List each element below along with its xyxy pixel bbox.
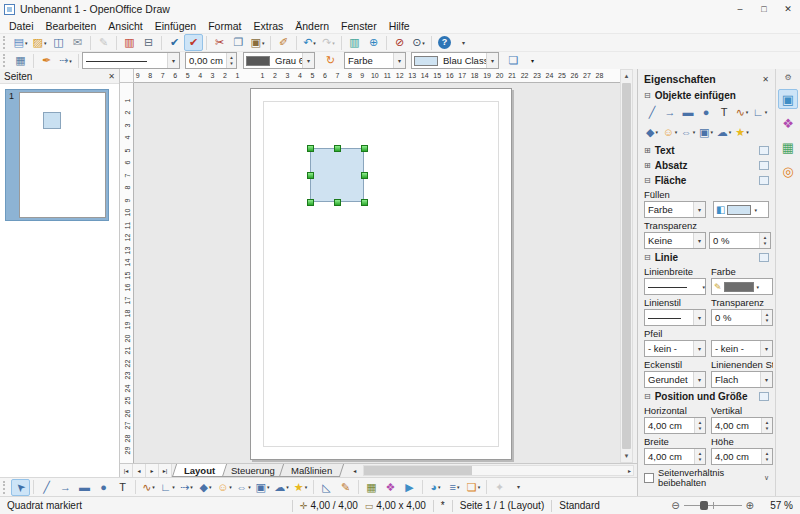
spinner-arrows-icon[interactable]: ▲▼: [759, 233, 770, 248]
area-transparency-stepper[interactable]: 0 % ▲▼: [709, 232, 771, 249]
interaction-button[interactable]: ✦: [490, 479, 509, 496]
selection-handle[interactable]: [361, 199, 368, 206]
sidebar-tab-navigator[interactable]: ◎: [778, 161, 798, 181]
insert-rectangle-tool[interactable]: ▬: [679, 103, 697, 121]
selection-handle[interactable]: [334, 145, 341, 152]
autospellcheck-button[interactable]: ✔: [184, 34, 203, 51]
dialog-launcher-icon[interactable]: [759, 253, 769, 262]
vertical-scrollbar[interactable]: ▲ ▼: [620, 69, 633, 463]
export-pdf-button[interactable]: ▥: [120, 34, 139, 51]
scroll-right-icon[interactable]: ▸: [628, 467, 633, 474]
edit-points-button[interactable]: ◺: [317, 479, 336, 496]
line-width-stepper[interactable]: 0,00 cm ▲▼: [185, 52, 237, 69]
toolbar-grip[interactable]: [3, 36, 8, 49]
close-icon[interactable]: ✕: [108, 72, 115, 81]
zoom-out-icon[interactable]: ⊖: [671, 500, 679, 511]
zoom-level[interactable]: 57 %: [761, 500, 793, 511]
line-width-select[interactable]: ▾: [644, 278, 706, 295]
sidebar-tab-images[interactable]: ▦: [778, 137, 798, 157]
spinner-arrows-icon[interactable]: ▲▼: [761, 449, 772, 464]
width-stepper[interactable]: 4,00 cm ▲▼: [644, 448, 706, 465]
selection-handle[interactable]: [361, 145, 368, 152]
tab-nav-button[interactable]: ◂: [133, 464, 146, 477]
section-paragraph[interactable]: ⊞ Absatz: [638, 158, 775, 172]
close-icon[interactable]: ✕: [762, 75, 769, 84]
toolbar-grip[interactable]: [3, 481, 8, 494]
vertical-ruler[interactable]: 1234567891011121314151617181920212223242…: [120, 83, 134, 463]
line-style-select[interactable]: ▾: [644, 309, 706, 326]
dialog-launcher-icon[interactable]: [759, 146, 769, 155]
insert-curve-tool[interactable]: ∿▾: [733, 103, 751, 121]
arrow-style-button[interactable]: ⇢▾: [56, 52, 75, 69]
toolbar-overflow-button[interactable]: ▾: [454, 34, 473, 51]
insert-text-tool[interactable]: T: [715, 103, 733, 121]
text-tool[interactable]: T: [113, 479, 132, 496]
height-stepper[interactable]: 4,00 cm ▲▼: [711, 448, 773, 465]
arrow-end-select[interactable]: - kein - ▾: [711, 340, 773, 357]
line-transparency-stepper[interactable]: 0 % ▲▼: [711, 309, 773, 326]
connector-tool[interactable]: ∟▾: [158, 479, 177, 496]
media-button[interactable]: ▶: [400, 479, 419, 496]
insert-connector-tool[interactable]: ∟▾: [751, 103, 769, 121]
vertical-position-stepper[interactable]: 4,00 cm ▲▼: [711, 417, 773, 434]
spinner-arrows-icon[interactable]: ▲▼: [694, 418, 705, 433]
sidebar-tab-properties[interactable]: ▣: [778, 89, 798, 109]
undo-button[interactable]: ↶▾: [300, 34, 319, 51]
expand-icon[interactable]: ⊞: [644, 161, 651, 170]
selection-handle[interactable]: [334, 199, 341, 206]
gallery-button[interactable]: ❖: [381, 479, 400, 496]
alignment-button[interactable]: ≡▾: [445, 479, 464, 496]
toolbar-grip[interactable]: [3, 54, 8, 67]
basic-shapes-tool[interactable]: ◆▾: [643, 123, 661, 141]
tab-nav-button[interactable]: ▸: [146, 464, 159, 477]
section-insert-objects[interactable]: ⊟ Objekte einfügen: [638, 88, 775, 102]
print-button[interactable]: ⊟: [139, 34, 158, 51]
vertical-scrollbar-thumb[interactable]: [622, 83, 631, 449]
spellcheck-button[interactable]: ✔: [165, 34, 184, 51]
callouts-tool[interactable]: ☁▾: [272, 479, 291, 496]
stars-tool[interactable]: ★▾: [291, 479, 310, 496]
dialog-launcher-icon[interactable]: [759, 176, 769, 185]
collapse-icon[interactable]: ⊟: [644, 392, 651, 401]
sidebar-tab-gallery[interactable]: ❖: [778, 113, 798, 133]
stars-tool[interactable]: ★▾: [733, 123, 751, 141]
keep-ratio-checkbox[interactable]: [644, 473, 654, 483]
horizontal-ruler[interactable]: 9876543211234567891011121314151617181920…: [134, 69, 620, 83]
dialog-launcher-icon[interactable]: [759, 161, 769, 170]
tab-nav-button[interactable]: |◂: [120, 464, 133, 477]
horizontal-scrollbar[interactable]: ▸: [363, 465, 634, 476]
insert-line-tool[interactable]: ╱: [643, 103, 661, 121]
symbol-shapes-tool[interactable]: ☺▾: [661, 123, 679, 141]
rectangle-tool[interactable]: ▬: [75, 479, 94, 496]
maximize-button[interactable]: □: [752, 0, 776, 18]
spinner-arrows-icon[interactable]: ▲▼: [694, 449, 705, 464]
close-button[interactable]: ✕: [776, 0, 800, 18]
3d-effects-button[interactable]: ◕▾: [426, 479, 445, 496]
arrow-tool[interactable]: →: [56, 479, 75, 496]
layer-tab-layout[interactable]: Layout: [172, 464, 227, 477]
lines-arrows-tool[interactable]: ⇢▾: [177, 479, 196, 496]
horizontal-position-stepper[interactable]: 4,00 cm ▲▼: [644, 417, 706, 434]
curve-tool[interactable]: ∿▾: [139, 479, 158, 496]
callouts-tool[interactable]: ☁▾: [715, 123, 733, 141]
paste-button[interactable]: ▣▾: [248, 34, 267, 51]
zoom-in-icon[interactable]: ⊕: [746, 500, 754, 511]
insert-arrow-tool[interactable]: →: [661, 103, 679, 121]
drawing-page[interactable]: [250, 88, 512, 460]
collapse-icon[interactable]: ⊟: [644, 176, 651, 185]
cut-button[interactable]: ✂: [210, 34, 229, 51]
area-fill-style-select[interactable]: Farbe ▾: [644, 201, 706, 218]
corner-style-select[interactable]: Gerundet ▾: [644, 371, 706, 388]
chart-button[interactable]: ▥: [345, 34, 364, 51]
selection-handle[interactable]: [361, 172, 368, 179]
menu-item-4[interactable]: Einfügen: [149, 20, 202, 32]
section-position-size[interactable]: ⊟ Position und Größe: [638, 389, 775, 403]
menu-item-8[interactable]: Fenster: [335, 20, 383, 32]
tab-scroll-left-button[interactable]: ◂: [348, 464, 361, 477]
scroll-up-icon[interactable]: ▲: [624, 70, 630, 82]
page-style[interactable]: Standard: [559, 500, 600, 511]
line-color-select[interactable]: ✎ ▾: [711, 278, 773, 295]
insert-image-button[interactable]: ▦: [362, 479, 381, 496]
section-text[interactable]: ⊞ Text: [638, 143, 775, 157]
arrange-button[interactable]: ❏▾: [464, 479, 483, 496]
